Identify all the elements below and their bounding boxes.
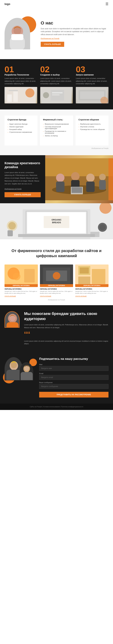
creative-team-image (45, 155, 113, 203)
gallery-card-1-link[interactable]: УЗНАТЬ БОЛЬШЕ (5, 296, 38, 297)
footer-text: Сайты на Freepik | Условия использования… (30, 406, 83, 408)
creative-photo-link[interactable]: Изображения на Freepik (5, 188, 41, 190)
svg-rect-28 (99, 180, 106, 190)
strategy-cards-container: Стратегия бренда Аудит капитала бренда А… (5, 116, 108, 146)
strategy-card-2-title: Фирменный стиль: (43, 118, 70, 121)
help-avatar-area (5, 311, 20, 328)
svg-point-64 (10, 315, 16, 321)
laptop-image: ORGANIC BREADS (0, 203, 113, 239)
newsletter-form-area: Подпишитесь на нашу рассылку Имя Email В… (39, 357, 108, 398)
strategy-card-3-title: Стратегия общения (79, 118, 105, 121)
svg-rect-40 (18, 234, 95, 237)
email-field-group: Email (39, 372, 108, 380)
gallery-card-3-image: ОБРАЗЕЦ ЗАГОЛОВКА (75, 264, 108, 287)
help-section: Мы помогаем брендам удивить свою аудитор… (0, 305, 113, 351)
gallery-card-1-label: ОБРАЗЕЦ ЗАГОЛОВКА (5, 284, 38, 287)
steps-section: 01 Разработка Технологии Lorem ipsum dol… (0, 59, 113, 110)
gallery-card-2-link[interactable]: УЗНАТЬ БОЛЬШЕ (40, 296, 73, 297)
svg-point-42 (8, 222, 16, 230)
step-3-text: Lorem ipsum dolor sit amet, consectetur … (76, 77, 108, 85)
gallery-card-1: ОБРАЗЕЦ ЗАГОЛОВКА ОБРАЗЕЦ ЗАГОЛОВКА Samp… (5, 264, 38, 298)
creative-team-content: Команда креативного дизайна Lorem ipsum … (0, 155, 45, 203)
newsletter-section: Подпишитесь на нашу рассылку Имя Email В… (0, 351, 113, 404)
svg-rect-56 (53, 272, 60, 280)
strategy-card-2-item-1: Визуальное позиционирование (43, 123, 70, 125)
gallery-card-2-image: ОБРАЗЕЦ ЗАГОЛОВКА (40, 264, 73, 287)
step-2: 02 Создание и выбор Lorem ipsum dolor si… (40, 65, 73, 104)
strategy-card-2: Фирменный стиль: Визуальное позициониров… (40, 116, 73, 146)
name-label: Имя (39, 364, 108, 366)
help-quote-text: Lorem ipsum dolor sit amet consectetur a… (24, 340, 108, 345)
creative-people-photo (45, 155, 113, 203)
strategy-card-1: Стратегия бренда Аудит капитала бренда А… (5, 116, 37, 146)
newsletter-people-area (5, 357, 35, 380)
gallery-cards-container: ОБРАЗЕЦ ЗАГОЛОВКА ОБРАЗЕЦ ЗАГОЛОВКА Samp… (5, 264, 108, 298)
creative-cta-button[interactable]: УЗНАТЬ БОЛЬШЕ (5, 192, 41, 197)
creative-team-title: Команда креативного дизайна (5, 161, 41, 169)
hero-photo-link[interactable]: Изображения на Freepik (41, 38, 108, 39)
svg-rect-30 (72, 187, 82, 193)
step-3: 03 Запуск кампании Lorem ipsum dolor sit… (76, 65, 108, 104)
gallery-card-3-label: ОБРАЗЕЦ ЗАГОЛОВКА (75, 284, 108, 287)
svg-rect-45 (8, 230, 13, 236)
svg-rect-3 (11, 34, 23, 40)
gallery-photo-attribution: Изображения на Freepik (5, 299, 108, 301)
name-field-group: Имя (39, 364, 108, 371)
gallery-card-3-text: Sample text. Click to select the text bo… (75, 290, 108, 294)
hero-section: О нас Duis aute irure dolor in reprehend… (0, 8, 113, 59)
email-input[interactable] (39, 375, 108, 380)
svg-rect-60 (92, 269, 105, 284)
step-3-image (76, 87, 108, 104)
hero-cta-button[interactable]: УЗНАТЬ БОЛЬШЕ (41, 42, 64, 47)
svg-rect-16 (80, 92, 104, 99)
step-2-number: 02 (40, 65, 73, 74)
footer: Сайты на Freepik | Условия использования… (0, 404, 113, 410)
svg-point-44 (99, 224, 105, 230)
strategy-card-1-item-4: Стратегическое направление (8, 131, 34, 134)
gallery-card-2: ОБРАЗЕЦ ЗАГОЛОВКА ОБРАЗЕЦ ЗАГОЛОВКА Samp… (40, 264, 73, 298)
strategy-card-3-list: Вербальная идентичность Изучение слогана… (79, 123, 105, 131)
svg-rect-51 (24, 269, 35, 282)
gallery-section: ОБРАЗЕЦ ЗАГОЛОВКА ОБРАЗЕЦ ЗАГОЛОВКА Samp… (0, 264, 113, 305)
step-1-title: Разработка Технологии (5, 74, 37, 76)
gallery-card-1-image: ОБРАЗЕЦ ЗАГОЛОВКА (5, 264, 38, 287)
hero-title: О нас (41, 20, 108, 26)
svg-rect-12 (52, 92, 63, 93)
step-1-image (5, 87, 37, 104)
logo: logo (5, 2, 10, 6)
help-text: Lorem ipsum dolor sit amet, consectetur … (24, 323, 108, 329)
strategy-card-3: Стратегия общения Вербальная идентичност… (76, 116, 108, 146)
laptop-brand-section: ORGANIC BREADS (0, 203, 113, 239)
step-3-number: 03 (76, 65, 108, 74)
strategy-card-3-item-1: Вербальная идентичность (79, 123, 105, 125)
message-label: Ваше сообщение (39, 382, 108, 384)
gallery-card-1-title: ОБРАЗЕЦ ЗАГОЛОВКА (5, 288, 38, 290)
navbar: logo ☰ (0, 0, 113, 8)
avatar (5, 18, 30, 50)
gallery-card-3-title: ОБРАЗЕЦ ЗАГОЛОВКА (75, 288, 108, 290)
gallery-card-2-title: ОБРАЗЕЦ ЗАГОЛОВКА (40, 288, 73, 290)
svg-point-50 (13, 273, 20, 280)
gallery-card-2-text: Sample text. Click to select the text bo… (40, 290, 73, 294)
strategy-card-1-item-3: Концевой набор (8, 128, 34, 131)
svg-rect-26 (86, 182, 95, 192)
name-input[interactable] (39, 366, 108, 371)
step-1: 01 Разработка Технологии Lorem ipsum dol… (5, 65, 37, 104)
message-input[interactable] (39, 384, 108, 389)
gallery-card-3-link[interactable]: УЗНАТЬ БОЛЬШЕ (75, 296, 108, 297)
strategy-card-2-list: Визуальное позиционирование Система визу… (43, 123, 70, 137)
main-heading-section: От фирменного стиля до разработки сайтов… (0, 239, 113, 264)
svg-point-21 (56, 174, 65, 182)
svg-rect-22 (56, 182, 65, 192)
svg-point-7 (25, 88, 34, 98)
menu-icon[interactable]: ☰ (105, 2, 108, 6)
strategy-card-1-item-2: Анализ аудитории (8, 125, 34, 128)
strategy-card-1-item-1: Аудит капитала бренда (8, 123, 34, 125)
email-label: Email (39, 372, 108, 374)
newsletter-persons (5, 357, 35, 380)
hero-image-area (5, 18, 36, 50)
svg-point-25 (86, 174, 95, 182)
svg-text:ORGANIC: ORGANIC (51, 218, 62, 221)
strategy-section: Стратегия бренда Аудит капитала бренда А… (0, 110, 113, 155)
newsletter-submit-button[interactable]: ПРЕДСТАВИТЬ НА РАССМОТРЕНИЕ (39, 392, 108, 398)
